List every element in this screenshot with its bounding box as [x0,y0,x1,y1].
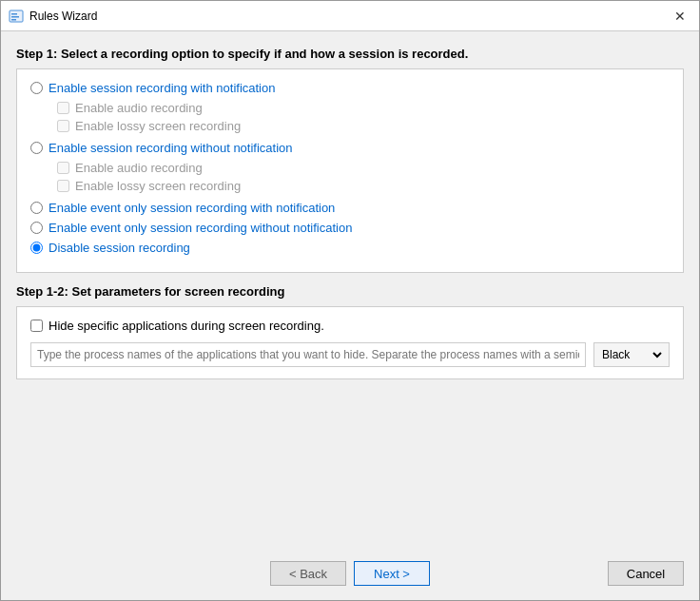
back-button[interactable]: < Back [270,561,346,586]
app-icon [9,9,24,24]
radio-label-5[interactable]: Disable session recording [49,241,190,255]
dialog-title: Rules Wizard [29,10,669,23]
process-names-input[interactable] [30,342,586,367]
checkbox-option-2b[interactable]: Enable lossy screen recording [57,179,670,193]
next-button[interactable]: Next > [354,561,430,586]
radio-input-3[interactable] [30,202,43,214]
main-content: Step 1: Select a recording option to spe… [1,31,699,547]
radio-label-4[interactable]: Enable event only session recording with… [49,221,352,235]
process-input-row: Black White Gray Red Blue [30,342,670,367]
color-dropdown[interactable]: Black White Gray Red Blue [593,342,670,367]
svg-rect-3 [11,19,16,21]
radio-option-5[interactable]: Disable session recording [30,241,670,255]
svg-rect-1 [11,13,17,15]
dialog-window: Rules Wizard ✕ Step 1: Select a recordin… [0,0,700,601]
close-button[interactable]: ✕ [669,5,691,28]
dialog-footer: < Back Next > Cancel [1,547,699,600]
step12-panel: Hide specific applications during screen… [16,306,684,379]
checkbox-label-2a: Enable audio recording [75,161,203,175]
radio-input-1[interactable] [30,82,43,94]
svg-rect-2 [11,16,19,18]
radio-label-2[interactable]: Enable session recording without notific… [49,141,293,155]
radio-input-5[interactable] [30,242,43,254]
color-select-input[interactable]: Black White Gray Red Blue [598,343,665,366]
step1-heading: Step 1: Select a recording option to spe… [16,47,684,61]
checkbox-option-1a[interactable]: Enable audio recording [57,101,670,115]
step12-heading: Step 1-2: Set parameters for screen reco… [16,284,684,299]
checkbox-input-1a[interactable] [57,102,69,114]
checkbox-label-1b: Enable lossy screen recording [75,119,241,133]
sub-options-2: Enable audio recording Enable lossy scre… [57,161,670,193]
checkbox-input-2b[interactable] [57,180,69,192]
radio-option-2[interactable]: Enable session recording without notific… [30,141,670,155]
radio-input-4[interactable] [30,222,43,234]
cancel-button[interactable]: Cancel [608,561,684,586]
checkbox-label-1a: Enable audio recording [75,101,203,115]
checkbox-option-1b[interactable]: Enable lossy screen recording [57,119,670,133]
checkbox-input-2a[interactable] [57,162,69,174]
title-bar: Rules Wizard ✕ [1,1,699,31]
radio-label-3[interactable]: Enable event only session recording with… [49,201,335,215]
radio-input-2[interactable] [30,142,43,154]
step1-section: Step 1: Select a recording option to spe… [16,47,684,273]
checkbox-input-1b[interactable] [57,120,69,132]
sub-options-1: Enable audio recording Enable lossy scre… [57,101,670,133]
step12-section: Step 1-2: Set parameters for screen reco… [16,284,684,379]
checkbox-label-2b: Enable lossy screen recording [75,179,241,193]
radio-label-1[interactable]: Enable session recording with notificati… [49,81,275,95]
hide-apps-label[interactable]: Hide specific applications during screen… [49,319,324,333]
radio-option-3[interactable]: Enable event only session recording with… [30,201,670,215]
checkbox-option-2a[interactable]: Enable audio recording [57,161,670,175]
hide-apps-row[interactable]: Hide specific applications during screen… [30,319,670,333]
radio-option-4[interactable]: Enable event only session recording with… [30,221,670,235]
radio-option-1[interactable]: Enable session recording with notificati… [30,81,670,95]
step1-panel: Enable session recording with notificati… [16,68,684,273]
hide-apps-checkbox[interactable] [30,320,43,332]
